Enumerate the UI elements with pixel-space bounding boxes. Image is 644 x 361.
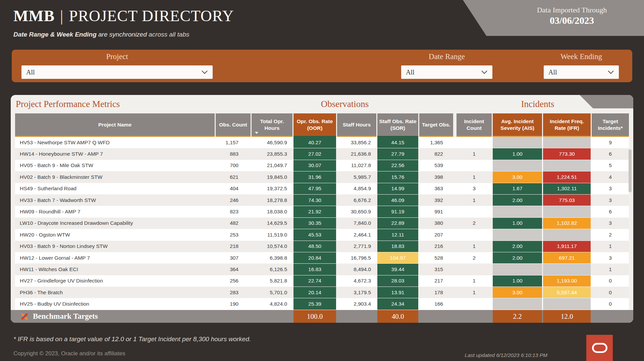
column-header-oor[interactable]: Opr. Obs. Rate (OOR) xyxy=(293,113,336,137)
cell-ais: 1.67 xyxy=(493,183,542,194)
table-row[interactable]: HV33 - Batch 7 - Wadworth STW24618,278.8… xyxy=(15,195,629,206)
cell-total-opr-hours: 11,519.0 xyxy=(252,229,292,240)
cell-ifr: 1,193.00 xyxy=(543,275,591,287)
table-row[interactable]: HV53 - Newthorpe STW AMP7 Q WFD1,15746,5… xyxy=(15,137,629,148)
cell-total-opr-hours: 6,126.5 xyxy=(252,264,292,275)
column-header-total-opr-hours[interactable]: Total Opr. Hours xyxy=(252,113,292,137)
table-row[interactable]: HV27 - Grindleforge UV Disinfection2565,… xyxy=(15,275,629,287)
cell-project-name: HW20 - Ogston WTW xyxy=(15,229,215,240)
column-header-target-incidents[interactable]: Target Incidents* xyxy=(592,113,629,137)
cell-oor: 27.02 xyxy=(293,148,336,159)
cell-ifr: 775.03 xyxy=(543,195,591,206)
cell-incident-count xyxy=(457,137,492,148)
column-header-ais[interactable]: Avg. Incident Severity (AIS) xyxy=(493,113,542,137)
table-row[interactable]: HV03 - Batch 9 - Norton Lindsey STW21810… xyxy=(15,241,629,252)
benchmark-ais: 2.2 xyxy=(493,310,542,323)
data-imported-label: Data Imported Through xyxy=(463,6,644,14)
cell-staff-hours: 7,840.0 xyxy=(337,218,376,229)
cell-project-name: HV33 - Batch 7 - Wadworth STW xyxy=(15,195,215,206)
ifr-footnote: * IFR is based on a target value of 12.0… xyxy=(13,336,251,343)
table-row[interactable]: HV05 - Batch 9 - Mile Oak STW70021,049.7… xyxy=(15,160,629,171)
cell-sor: 91.19 xyxy=(377,206,418,217)
cell-target-incidents: 6 xyxy=(592,148,629,159)
cell-target-incidents: 2 xyxy=(592,229,629,240)
cell-total-opr-hours: 18,278.8 xyxy=(252,195,292,206)
cell-obs-count: 621 xyxy=(216,171,251,183)
project-filter-label: Project xyxy=(21,52,213,61)
cell-obs-count: 253 xyxy=(216,229,251,240)
cell-obs-count: 246 xyxy=(216,195,251,206)
cell-oor: 31.96 xyxy=(293,171,336,183)
cell-oor: 47.95 xyxy=(293,183,336,194)
cell-staff-hours: 2,903.4 xyxy=(337,298,376,309)
table-row[interactable]: HV25 - Budby UV Disinfection1904,824.025… xyxy=(15,298,629,310)
table-row[interactable]: PH36 - The Bratch2835,701.020.143,179.51… xyxy=(15,287,629,298)
table-row[interactable]: LW10 - Draycote Increased Drawdown Capab… xyxy=(15,218,629,229)
table-row[interactable]: HV02 - Batch 9 - Blackminster STW62119,8… xyxy=(15,171,629,183)
cell-ifr: 1,102.82 xyxy=(543,218,591,229)
cell-target-incidents: 4 xyxy=(592,171,629,183)
table-row[interactable]: HS49 - Sutherland Road40419,372.547.954,… xyxy=(15,183,629,195)
cell-oor: 48.50 xyxy=(293,241,336,252)
cell-project-name: HW11 - Witches Oak ECI xyxy=(15,264,215,275)
column-header-project-name[interactable]: Project Name xyxy=(15,113,215,137)
cell-ais: 1.00 xyxy=(493,148,542,159)
table-row[interactable]: HW20 - Ogston WTW25311,519.045.532,464.1… xyxy=(15,229,629,241)
cell-ifr: 1,302.11 xyxy=(543,183,591,194)
cell-project-name: HW09 - Roundhill - AMP 7 xyxy=(15,206,215,217)
data-imported-banner: Data Imported Through 03/06/2023 xyxy=(463,0,644,36)
week-ending-filter-label: Week Ending xyxy=(544,52,619,61)
cell-target-incidents: 1 xyxy=(592,264,629,275)
date-range-dropdown[interactable]: All xyxy=(401,65,492,79)
cell-target-obs: 991 xyxy=(419,206,453,217)
benchmark-oor: 100.0 xyxy=(293,310,336,323)
vertical-scrollbar-thumb[interactable] xyxy=(629,149,632,192)
column-header-staff-hours[interactable]: Staff Hours xyxy=(337,113,376,137)
cell-ais: 2.00 xyxy=(493,252,542,263)
cell-ais: 1.00 xyxy=(493,218,542,229)
project-dropdown[interactable]: All xyxy=(21,65,213,79)
column-header-obs-count[interactable]: Obs. Count xyxy=(216,113,251,137)
cell-obs-count: 823 xyxy=(216,206,251,217)
cell-staff-hours: 5,985.7 xyxy=(337,171,376,183)
cell-target-incidents: 0 xyxy=(592,275,629,287)
cell-total-opr-hours: 18,038.0 xyxy=(252,206,292,217)
cell-project-name: HW12 - Lower Gornal - AMP 7 xyxy=(15,252,215,263)
column-header-target-obs[interactable]: Target Obs. xyxy=(419,113,453,137)
table-header-row: Project NameObs. CountTotal Opr. HoursOp… xyxy=(15,113,629,137)
cell-total-opr-hours: 19,372.5 xyxy=(252,183,292,194)
cell-ifr: 697.21 xyxy=(543,252,591,263)
table-row[interactable]: HW12 - Lower Gornal - AMP 73076,398.820.… xyxy=(15,252,629,264)
table-row[interactable]: HW11 - Witches Oak ECI3646,126.516.838,4… xyxy=(15,264,629,275)
cell-obs-count: 883 xyxy=(216,148,251,159)
table-row[interactable]: HW14 - Honeybourne STW - AMP 788323,855.… xyxy=(15,148,629,160)
cell-project-name: HV05 - Batch 9 - Mile Oak STW xyxy=(15,160,215,171)
cell-staff-hours: 11,027.8 xyxy=(337,160,376,171)
cell-staff-hours: 2,771.9 xyxy=(337,241,376,252)
cell-oor: 22.74 xyxy=(293,275,336,287)
column-header-incident-count[interactable]: Incident Count xyxy=(457,113,492,137)
chevron-down-icon xyxy=(607,70,614,74)
column-header-sor[interactable]: Staff Obs. Rate (SOR) xyxy=(377,113,418,137)
title-separator: | xyxy=(60,7,63,24)
cell-total-opr-hours: 21,049.7 xyxy=(252,160,292,171)
cell-target-obs: 363 xyxy=(419,183,453,194)
cell-sor: 44.15 xyxy=(377,137,418,148)
cell-staff-hours: 21,636.8 xyxy=(337,148,376,159)
cell-project-name: HW14 - Honeybourne STW - AMP 7 xyxy=(15,148,215,159)
cell-target-incidents: 1 xyxy=(592,241,629,252)
cell-target-obs: 392 xyxy=(419,195,453,206)
cell-total-opr-hours: 10,574.0 xyxy=(252,241,292,252)
cell-ifr: 5,597.44 xyxy=(543,287,591,298)
cell-ifr: 1,911.17 xyxy=(543,241,591,252)
cell-incident-count xyxy=(457,229,492,240)
cell-staff-hours: 2,464.1 xyxy=(337,229,376,240)
cell-obs-count: 190 xyxy=(216,298,251,309)
cell-ais xyxy=(493,160,542,171)
table-row[interactable]: HW09 - Roundhill - AMP 782318,038.021.92… xyxy=(15,206,629,217)
group-gap xyxy=(454,229,455,240)
column-header-ifr[interactable]: Incident Freq. Rate (IFR) xyxy=(543,113,591,137)
cell-incident-count: 3 xyxy=(457,183,492,194)
cell-oor: 40.27 xyxy=(293,137,336,148)
week-ending-dropdown[interactable]: All xyxy=(544,65,619,79)
